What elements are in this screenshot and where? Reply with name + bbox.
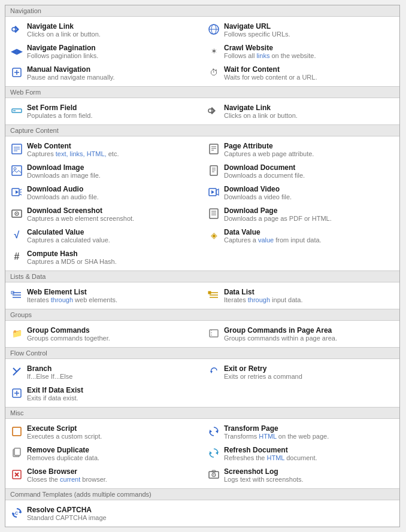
web-content-desc: Captures text, links, HTML, etc. [27, 150, 119, 157]
execute-script-title: Execute Script [27, 424, 102, 433]
item-navigate-link[interactable]: Navigate LinkClicks on a link or button. [5, 19, 202, 41]
svg-line-26 [20, 189, 22, 190]
execute-script-desc: Executes a custom script. [27, 433, 102, 440]
item-close-browser[interactable]: Close BrowserCloses the current browser. [5, 464, 202, 486]
item-group-commands[interactable]: 📁Group CommandsGroups commands together. [5, 323, 202, 345]
item-download-audio[interactable]: Download AudioDownloads an audio file. [5, 182, 202, 203]
section-grid: CResolve CAPTCHAStandard CAPTCHA image [5, 500, 399, 527]
data-value-icon: ◈ [207, 229, 220, 242]
manual-navigation-desc: Pause and navigate manually. [27, 74, 115, 81]
transform-page-desc: Transforms HTML on the web page. [224, 433, 329, 440]
web-element-list-desc: Iterates through web elements. [27, 296, 117, 303]
item-exit-if-data-exist[interactable]: Exit If Data ExistExits if data exist. [5, 383, 202, 405]
manual-navigation-text: Manual NavigationPause and navigate manu… [27, 65, 115, 81]
svg-rect-14 [210, 144, 218, 154]
item-data-list[interactable]: Data ListIterates through input data. [202, 285, 399, 306]
group-commands-text: Group CommandsGroups commands together. [27, 326, 110, 342]
download-image-desc: Downloads an image file. [27, 172, 101, 179]
item-refresh-document[interactable]: Refresh DocumentRefreshes the HTML docum… [202, 443, 399, 464]
refresh-document-title: Refresh Document [224, 446, 317, 454]
page-attribute-icon [207, 142, 220, 156]
web-element-list-icon [10, 288, 23, 302]
item-group-commands-page-area[interactable]: Group Commands in Page AreaGroups comman… [202, 323, 399, 345]
exit-if-data-exist-icon [10, 387, 23, 400]
web-content-icon [10, 142, 23, 156]
svg-marker-59 [210, 451, 212, 455]
navigate-url-desc: Follows specific URLs. [224, 31, 290, 38]
item-crawl-website[interactable]: ✶Crawl WebsiteFollows all links on the w… [202, 41, 399, 62]
web-element-list-title: Web Element List [27, 288, 117, 296]
item-screenshot-log[interactable]: Screenshot LogLogs text with screenshots… [202, 464, 399, 486]
item-transform-page[interactable]: Transform PageTransforms HTML on the web… [202, 421, 399, 443]
screenshot-log-icon [207, 468, 220, 481]
compute-hash-icon: # [10, 250, 23, 263]
calculated-value-desc: Captures a calculated value. [27, 236, 110, 244]
crawl-website-title: Crawl Website [224, 44, 316, 52]
item-manual-navigation[interactable]: Manual NavigationPause and navigate manu… [5, 62, 202, 84]
download-document-icon [207, 164, 220, 177]
exit-if-data-exist-title: Exit If Data Exist [27, 386, 83, 394]
navigate-url-title: Navigate URL [224, 22, 290, 31]
item-set-form-field[interactable]: Set Form FieldPopulates a form field. [5, 101, 202, 122]
remove-duplicate-icon [10, 446, 23, 460]
refresh-document-desc: Refreshes the HTML document. [224, 454, 317, 461]
calculated-value-icon: √ [10, 229, 23, 242]
empty-cell [202, 503, 399, 524]
crawl-website-icon: ✶ [207, 44, 220, 57]
item-branch[interactable]: BranchIf...Else If...Else [5, 361, 202, 383]
item-compute-hash[interactable]: #Compute HashCaptures a MD5 or SHA Hash. [5, 247, 202, 268]
item-navigate-link-form[interactable]: Navigate LinkClicks on a link or button. [202, 101, 399, 122]
item-web-content[interactable]: Web ContentCaptures text, links, HTML, e… [5, 139, 202, 160]
group-commands-icon: 📁 [10, 327, 23, 340]
group-commands-page-area-desc: Groups commands within a page area. [224, 335, 337, 342]
exit-if-data-exist-text: Exit If Data ExistExits if data exist. [27, 386, 83, 402]
main-panel: NavigationNavigate LinkClicks on a link … [5, 5, 400, 527]
download-document-desc: Downloads a document file. [224, 172, 305, 179]
item-wait-for-content[interactable]: ⏱Wait for ContentWaits for web content o… [202, 62, 399, 84]
item-data-value[interactable]: ◈Data ValueCaptures a value from input d… [202, 225, 399, 247]
wait-for-content-text: Wait for ContentWaits for web content or… [224, 65, 317, 81]
download-audio-title: Download Audio [27, 185, 99, 193]
exit-or-retry-desc: Exits or retries a command [224, 373, 302, 380]
item-download-page[interactable]: Download PageDownloads a page as PDF or … [202, 203, 399, 225]
calculated-value-text: Calculated ValueCaptures a calculated va… [27, 228, 110, 244]
navigate-link-text: Navigate LinkClicks on a link or button. [27, 22, 101, 38]
crawl-website-desc: Follows all links on the website. [224, 52, 316, 59]
exit-if-data-exist-desc: Exits if data exist. [27, 394, 83, 402]
page-attribute-title: Page Attribute [224, 142, 314, 150]
svg-point-19 [14, 168, 16, 170]
item-download-image[interactable]: Download ImageDownloads an image file. [5, 160, 202, 182]
exit-or-retry-title: Exit or Retry [224, 364, 302, 373]
item-page-attribute[interactable]: Page AttributeCaptures a web page attrib… [202, 139, 399, 160]
item-download-screenshot[interactable]: Download ScreenshotCaptures a web elemen… [5, 203, 202, 225]
item-web-element-list[interactable]: Web Element ListIterates through web ele… [5, 285, 202, 306]
section-grid: 📁Group CommandsGroups commands together.… [5, 321, 399, 347]
transform-page-icon [207, 425, 220, 438]
item-exit-or-retry[interactable]: Exit or RetryExits or retries a command [202, 361, 399, 383]
item-remove-duplicate[interactable]: Remove DuplicateRemoves duplicate data. [5, 443, 202, 464]
compute-hash-desc: Captures a MD5 or SHA Hash. [27, 258, 117, 265]
navigate-link-form-text: Navigate LinkClicks on a link or button. [224, 104, 298, 119]
group-commands-page-area-icon [207, 327, 220, 340]
item-calculated-value[interactable]: √Calculated ValueCaptures a calculated v… [5, 225, 202, 247]
set-form-field-desc: Populates a form field. [27, 112, 92, 119]
item-navigate-pagination[interactable]: ◀▶Navigate PaginationFollows pagination … [5, 41, 202, 62]
navigate-link-desc: Clicks on a link or button. [27, 31, 101, 38]
download-video-title: Download Video [224, 185, 292, 193]
svg-point-9 [208, 109, 212, 113]
data-list-icon [207, 288, 220, 302]
svg-point-0 [12, 28, 16, 31]
item-resolve-captcha[interactable]: CResolve CAPTCHAStandard CAPTCHA image [5, 503, 202, 524]
download-image-text: Download ImageDownloads an image file. [27, 163, 101, 179]
set-form-field-title: Set Form Field [27, 104, 92, 112]
svg-text:C: C [15, 511, 18, 515]
item-navigate-url[interactable]: Navigate URLFollows specific URLs. [202, 19, 399, 41]
navigate-url-text: Navigate URLFollows specific URLs. [224, 22, 290, 38]
item-download-document[interactable]: Download DocumentDownloads a document fi… [202, 160, 399, 182]
item-download-video[interactable]: Download VideoDownloads a video file. [202, 182, 399, 203]
resolve-captcha-desc: Standard CAPTCHA image [27, 514, 107, 521]
data-list-desc: Iterates through input data. [224, 296, 303, 303]
item-execute-script[interactable]: Execute ScriptExecutes a custom script. [5, 421, 202, 443]
download-image-title: Download Image [27, 163, 101, 172]
section-header-navigation: Navigation [5, 5, 399, 17]
